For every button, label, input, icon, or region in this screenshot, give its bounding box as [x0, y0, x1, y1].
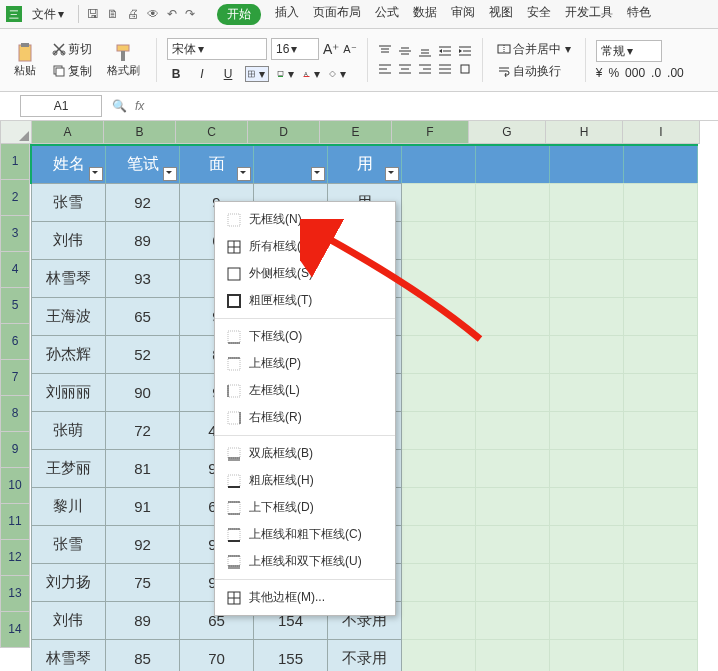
cell[interactable] [624, 640, 698, 672]
font-size-combo[interactable]: 16▾ [271, 38, 319, 60]
cell[interactable] [624, 145, 698, 184]
cell[interactable] [402, 564, 476, 602]
cell[interactable] [402, 412, 476, 450]
dec-decimal-button[interactable]: .00 [667, 66, 684, 80]
cell[interactable] [550, 260, 624, 298]
cell[interactable] [476, 298, 550, 336]
align-center-button[interactable] [398, 62, 412, 76]
cell[interactable]: 85 [106, 640, 180, 672]
cell[interactable]: 92 [106, 526, 180, 564]
bold-button[interactable]: B [167, 67, 185, 81]
cell[interactable]: 刘力扬 [31, 564, 106, 602]
cell[interactable]: 张雪 [31, 526, 106, 564]
inc-indent-button[interactable] [458, 44, 472, 58]
menu-thick-box[interactable]: 粗匣框线(T) [215, 287, 395, 314]
cell[interactable]: 91 [106, 488, 180, 526]
italic-button[interactable]: I [193, 67, 211, 81]
row-header-10[interactable]: 10 [0, 468, 30, 504]
filter-arrow-icon[interactable] [311, 167, 325, 181]
font-name-combo[interactable]: 宋体▾ [167, 38, 267, 60]
row-header-9[interactable]: 9 [0, 432, 30, 468]
cell[interactable]: 孙杰辉 [31, 336, 106, 374]
col-header-B[interactable]: B [104, 121, 176, 144]
save-icon[interactable]: 🖫 [87, 7, 99, 21]
cell[interactable] [402, 640, 476, 672]
cell[interactable] [402, 450, 476, 488]
table-header[interactable]: 面 [180, 145, 254, 184]
filter-arrow-icon[interactable] [89, 167, 103, 181]
cell[interactable] [476, 260, 550, 298]
cell[interactable]: 王梦丽 [31, 450, 106, 488]
col-header-D[interactable]: D [248, 121, 320, 144]
row-header-6[interactable]: 6 [0, 324, 30, 360]
table-header[interactable]: 姓名 [31, 145, 106, 184]
merge-center-button[interactable]: 合并居中▾ [493, 39, 575, 59]
menu-top-thick-bottom[interactable]: 上框线和粗下框线(C) [215, 521, 395, 548]
menu-top-bottom[interactable]: 上下框线(D) [215, 494, 395, 521]
menu-no-border[interactable]: 无框线(N) [215, 206, 395, 233]
cell[interactable]: 89 [106, 602, 180, 640]
filter-arrow-icon[interactable] [163, 167, 177, 181]
cell[interactable]: 92 [106, 184, 180, 222]
cell[interactable] [476, 564, 550, 602]
row-header-11[interactable]: 11 [0, 504, 30, 540]
cell[interactable] [550, 298, 624, 336]
cell[interactable] [402, 222, 476, 260]
tab-formula[interactable]: 公式 [375, 4, 399, 25]
cell[interactable] [402, 488, 476, 526]
col-header-H[interactable]: H [546, 121, 623, 144]
cell[interactable]: 林雪琴 [31, 640, 106, 672]
menu-more-borders[interactable]: 其他边框(M)... [215, 584, 395, 611]
redo-icon[interactable]: ↷ [185, 7, 195, 21]
cell[interactable]: 72 [106, 412, 180, 450]
cell[interactable] [550, 374, 624, 412]
cell[interactable] [624, 260, 698, 298]
name-box[interactable]: A1 [20, 95, 102, 117]
tab-dev[interactable]: 开发工具 [565, 4, 613, 25]
cell[interactable]: 90 [106, 374, 180, 412]
table-header[interactable] [254, 145, 328, 184]
cell[interactable] [550, 184, 624, 222]
menu-all-borders[interactable]: 所有框线(A) [215, 233, 395, 260]
align-left-button[interactable] [378, 62, 392, 76]
paste-button[interactable]: 粘贴 [6, 36, 44, 84]
format-painter-button[interactable]: 格式刷 [100, 36, 146, 84]
tab-special[interactable]: 特色 [627, 4, 651, 25]
cell[interactable] [550, 412, 624, 450]
cell[interactable]: 89 [106, 222, 180, 260]
menu-thick-bottom[interactable]: 粗底框线(H) [215, 467, 395, 494]
cell[interactable]: 不录用 [328, 640, 402, 672]
tab-layout[interactable]: 页面布局 [313, 4, 361, 25]
align-right-button[interactable] [418, 62, 432, 76]
cell[interactable]: 刘伟 [31, 602, 106, 640]
cell[interactable] [624, 184, 698, 222]
align-top-button[interactable] [378, 44, 392, 58]
currency-button[interactable]: ¥ [596, 66, 603, 80]
font-color-button[interactable]: A▾ [303, 67, 321, 81]
cell[interactable]: 刘伟 [31, 222, 106, 260]
cell[interactable]: 155 [254, 640, 328, 672]
cell[interactable]: 52 [106, 336, 180, 374]
row-header-5[interactable]: 5 [0, 288, 30, 324]
select-all-corner[interactable] [0, 121, 32, 144]
row-header-12[interactable]: 12 [0, 540, 30, 576]
save-as-icon[interactable]: 🗎 [107, 7, 119, 21]
cell[interactable]: 林雪琴 [31, 260, 106, 298]
cell[interactable] [476, 526, 550, 564]
shrink-font-button[interactable]: A⁻ [343, 43, 356, 56]
col-header-E[interactable]: E [320, 121, 392, 144]
cell[interactable] [624, 336, 698, 374]
menu-left-border[interactable]: 左框线(L) [215, 377, 395, 404]
menu-outside-border[interactable]: 外侧框线(S) [215, 260, 395, 287]
row-header-3[interactable]: 3 [0, 216, 30, 252]
cell[interactable]: 70 [180, 640, 254, 672]
file-menu[interactable]: 文件 ▾ [26, 4, 70, 25]
menu-top-double-bottom[interactable]: 上框线和双下框线(U) [215, 548, 395, 575]
tab-review[interactable]: 审阅 [451, 4, 475, 25]
cell[interactable] [624, 564, 698, 602]
row-header-8[interactable]: 8 [0, 396, 30, 432]
print-icon[interactable]: 🖨 [127, 7, 139, 21]
tab-insert[interactable]: 插入 [275, 4, 299, 25]
cell[interactable] [476, 222, 550, 260]
cell[interactable] [476, 336, 550, 374]
